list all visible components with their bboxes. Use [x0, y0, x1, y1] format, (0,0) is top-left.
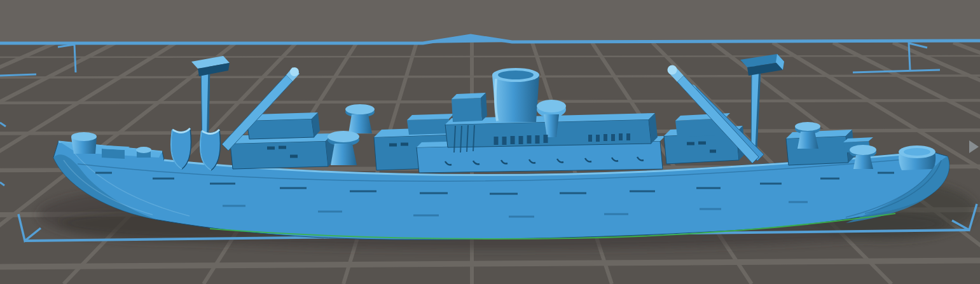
capstan-top [136, 147, 151, 153]
stern-gun-tub [899, 145, 935, 170]
plate-edge-stub-left [0, 74, 36, 76]
slicer-viewport [0, 0, 980, 284]
anchor-winch-drum-top [71, 132, 97, 141]
forecastle-box [102, 149, 125, 159]
wheelhouse [452, 98, 482, 122]
funnel-opening [498, 71, 534, 79]
funnel [492, 75, 539, 122]
viewport-canvas[interactable] [0, 0, 980, 284]
